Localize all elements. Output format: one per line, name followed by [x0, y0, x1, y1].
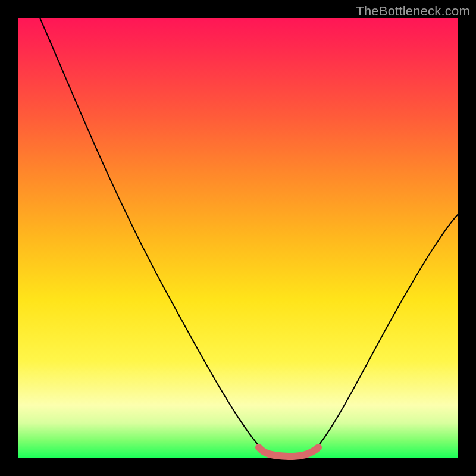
plot-area	[18, 18, 458, 458]
chart-frame: TheBottleneck.com	[0, 0, 476, 476]
curve-right-arm	[315, 214, 458, 449]
attribution-watermark: TheBottleneck.com	[356, 4, 470, 19]
curve-left-arm	[40, 18, 262, 449]
bottleneck-curve	[18, 18, 458, 458]
curve-bottom-highlight	[259, 447, 318, 456]
